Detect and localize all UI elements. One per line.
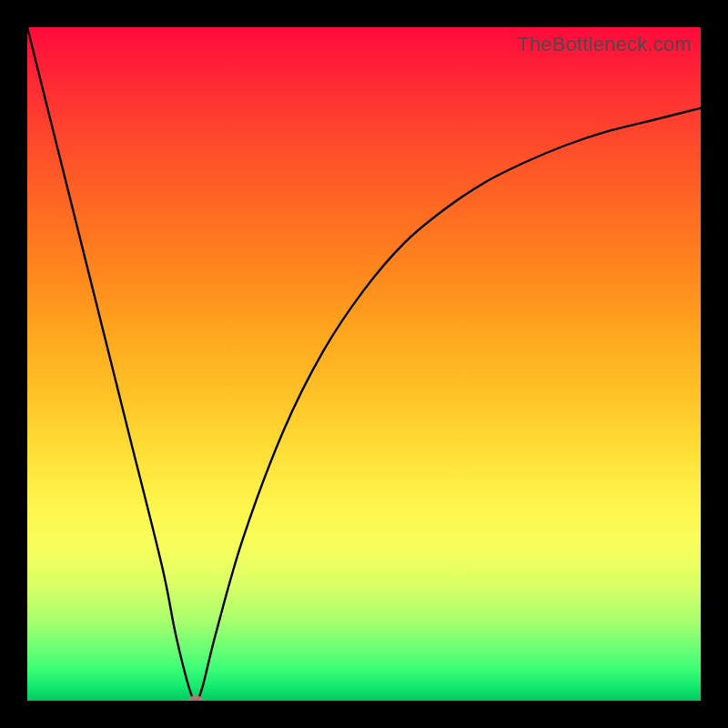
- min-marker: [188, 695, 203, 701]
- chart-container: TheBottleneck.com: [0, 0, 728, 728]
- watermark-label: TheBottleneck.com: [517, 33, 692, 56]
- plot-area: TheBottleneck.com: [27, 27, 701, 701]
- bottleneck-curve-path: [27, 27, 701, 701]
- curve-layer: [27, 27, 701, 701]
